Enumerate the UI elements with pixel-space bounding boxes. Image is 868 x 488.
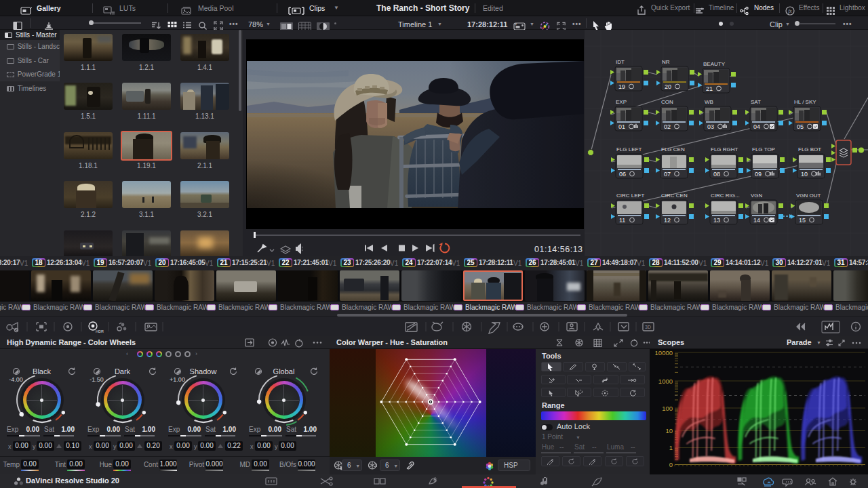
svg-text:FLG CEN: FLG CEN [661, 146, 685, 152]
svg-text:SAT: SAT [751, 99, 761, 105]
svg-text:fx: fx [788, 8, 792, 14]
svg-text:NR: NR [662, 59, 670, 65]
svg-text:3D: 3D [645, 325, 651, 329]
svg-text:HDR: HDR [96, 329, 104, 333]
svg-text:CIRC LEFT: CIRC LEFT [616, 192, 644, 199]
svg-text:VGN: VGN [751, 192, 763, 199]
svg-text:10: 10 [801, 171, 808, 178]
svg-text:VGN OUT: VGN OUT [796, 192, 821, 199]
svg-text:FLG RGHT: FLG RGHT [711, 146, 738, 152]
svg-text:10000: 10000 [655, 349, 673, 357]
svg-text:03: 03 [707, 123, 714, 130]
svg-text:07: 07 [664, 171, 671, 178]
svg-text:19: 19 [618, 83, 625, 90]
svg-text:1000: 1000 [658, 378, 673, 385]
svg-text:BEAUTY: BEAUTY [703, 61, 726, 67]
svg-text:FLG LEFT: FLG LEFT [616, 146, 642, 152]
svg-text:CON: CON [661, 99, 673, 105]
svg-text:06: 06 [619, 171, 626, 178]
svg-text:HL / SKY: HL / SKY [794, 99, 816, 105]
svg-text:100: 100 [662, 405, 673, 412]
svg-text:FLG BOT: FLG BOT [798, 146, 821, 152]
svg-text:IDT: IDT [616, 59, 625, 65]
svg-text:01: 01 [618, 123, 625, 130]
svg-text:15: 15 [799, 217, 806, 224]
svg-text:08: 08 [713, 171, 720, 178]
svg-text:02: 02 [664, 123, 671, 130]
svg-text:09: 09 [755, 171, 762, 178]
svg-text:FLG TOP: FLG TOP [752, 146, 775, 152]
svg-text:WB: WB [705, 99, 713, 105]
svg-text:20: 20 [665, 83, 671, 90]
svg-text:10: 10 [665, 427, 673, 434]
svg-text:11: 11 [619, 217, 625, 224]
svg-text:1: 1 [669, 444, 673, 451]
svg-text:0: 0 [669, 461, 673, 468]
svg-text:12: 12 [664, 217, 671, 224]
svg-text:14: 14 [753, 217, 760, 224]
svg-text:CIRC CEN: CIRC CEN [661, 192, 688, 199]
svg-text:CIRC RIG...: CIRC RIG... [711, 192, 740, 199]
svg-text:EXP: EXP [616, 99, 627, 105]
svg-text:21: 21 [706, 85, 713, 92]
svg-text:04: 04 [753, 123, 760, 130]
svg-text:13: 13 [713, 217, 720, 224]
svg-text:05: 05 [797, 123, 804, 130]
